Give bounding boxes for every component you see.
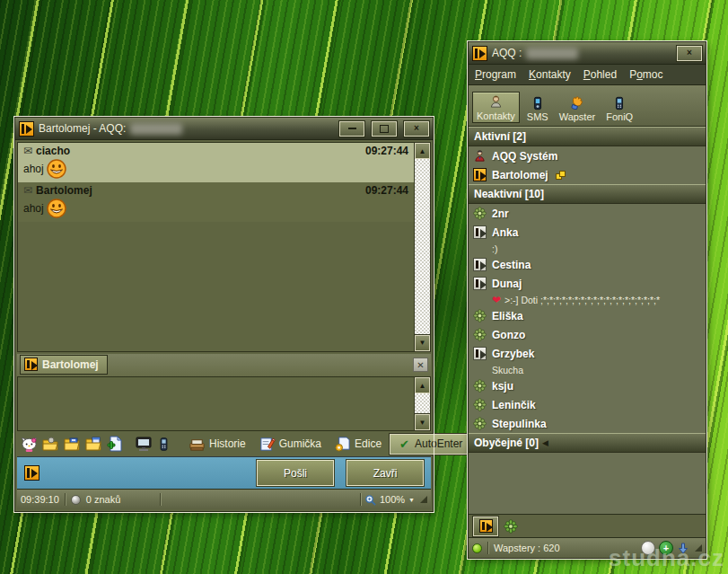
history-button[interactable]: Historie <box>184 434 250 455</box>
foniq-phone-icon <box>612 96 627 110</box>
flower-icon <box>473 379 487 393</box>
send-button[interactable]: Pošli <box>257 460 334 486</box>
scroll-down-icon[interactable]: ▼ <box>415 335 430 351</box>
tab-kontakty[interactable]: Kontakty <box>472 92 520 123</box>
new-file-icon[interactable] <box>106 434 124 454</box>
contact-name: Leninčik <box>492 399 536 411</box>
message-sender: Bartolomej <box>36 184 92 197</box>
scroll-up-icon[interactable]: ▲ <box>415 143 430 159</box>
contact-row[interactable]: ksju <box>469 376 706 395</box>
flower-icon <box>473 417 487 430</box>
minimize-button[interactable] <box>339 121 364 137</box>
aqq-logo-icon <box>472 46 487 61</box>
mail-icon: ✉ <box>23 184 32 197</box>
autoenter-toggle[interactable]: ✔ AutoEnter <box>390 434 472 455</box>
aqq-protocol-button[interactable] <box>473 517 498 536</box>
scroll-down-icon[interactable]: ▼ <box>415 414 430 430</box>
chat-action-band: Pošli Zavři <box>17 456 431 489</box>
input-scrollbar[interactable]: ▲ ▼ <box>414 377 430 430</box>
message-text: ahoj <box>23 163 44 175</box>
icq-flower-icon[interactable] <box>504 519 518 534</box>
contact-row[interactable]: Grzybek <box>469 344 706 363</box>
flower-icon <box>473 328 487 341</box>
group-aktivni[interactable]: Aktivní [2] <box>469 127 706 146</box>
edit-label: Edice <box>355 437 382 450</box>
tab-bartolomej[interactable]: Bartolomej <box>20 355 108 375</box>
contact-row[interactable]: Anka <box>469 223 706 242</box>
menu-kontakty[interactable]: Kontakty <box>529 68 571 81</box>
chat-statusbar: 09:39:10 0 znaků 100% ▼ <box>17 489 431 509</box>
aqq-logo-icon <box>479 519 493 533</box>
flower-icon <box>473 309 487 322</box>
contact-row[interactable]: Leninčik <box>469 395 706 414</box>
eraser-button[interactable]: Gumička <box>254 434 326 455</box>
contacts-person-icon <box>488 94 504 110</box>
screenshot-monitor-icon[interactable] <box>135 434 153 454</box>
main-titlebar[interactable]: AQQ : × <box>469 42 706 65</box>
close-button[interactable]: × <box>677 46 702 61</box>
aqq-offline-icon <box>473 258 487 271</box>
tab-close-icon[interactable]: ✕ <box>413 358 428 372</box>
tab-foniq[interactable]: FoniQ <box>602 94 636 123</box>
resize-grip[interactable] <box>420 496 427 503</box>
aqq-offline-icon <box>473 225 487 239</box>
history-label: Historie <box>209 437 246 450</box>
group-label: Aktivní [2] <box>474 130 526 143</box>
contact-row[interactable]: Bartolomej <box>469 165 706 184</box>
emoticons-kitty-icon[interactable] <box>21 434 38 454</box>
chat-tabstrip: Bartolomej ✕ <box>17 354 431 378</box>
contact-status: Skucha <box>469 363 706 376</box>
aqq-logo-icon <box>19 121 34 137</box>
tab-label: Bartolomej <box>42 358 99 371</box>
group-neaktivni[interactable]: Neaktivní [10] <box>469 184 706 204</box>
collapsed-triangle-icon: ◀ <box>542 438 548 447</box>
contact-row[interactable]: 2nr <box>469 204 706 223</box>
contact-name: Bartolomej <box>492 169 548 181</box>
contact-status: ❤ >:-] Doti ;*;*;*;*;*;*;*;*;*;*;*;*;*;*… <box>469 293 706 306</box>
folder-save-icon[interactable] <box>63 434 81 454</box>
zoom-level[interactable]: 100% <box>380 494 405 505</box>
maximize-button[interactable] <box>372 121 397 137</box>
chevron-down-icon[interactable]: ▼ <box>408 497 415 503</box>
contact-row[interactable]: Gonzo <box>469 325 706 344</box>
tab-sms[interactable]: SMS <box>523 94 552 123</box>
mobile-phone-icon[interactable] <box>156 434 171 454</box>
contact-row[interactable]: Dunaj <box>469 274 706 293</box>
tab-wapster[interactable]: Wapster <box>556 93 600 123</box>
edit-button[interactable]: Edice <box>329 434 386 455</box>
chat-titlebar[interactable]: Bartolomej - AQQ: × <box>15 118 433 140</box>
flower-icon <box>473 398 487 411</box>
close-chat-button[interactable]: Zavři <box>346 460 424 486</box>
char-counter: 0 znaků <box>86 494 121 505</box>
group-obycejne[interactable]: Obyčejné [0] ◀ <box>469 433 706 453</box>
contact-name: Dunaj <box>492 278 522 290</box>
scroll-up-icon[interactable]: ▲ <box>415 377 430 393</box>
menu-program[interactable]: Program <box>475 68 516 81</box>
chat-message: ✉ Bartolomej 09:27:44 ahoj <box>18 182 414 222</box>
folder-open-icon[interactable] <box>41 434 59 454</box>
menu-pohled[interactable]: Pohled <box>583 68 617 81</box>
message-input[interactable]: ▲ ▼ <box>17 377 431 431</box>
group-label: Obyčejné [0] <box>474 437 539 449</box>
contact-name: ksju <box>492 380 513 393</box>
menu-pomoc[interactable]: Pomoc <box>629 68 662 81</box>
contact-row[interactable]: Cestina <box>469 255 706 274</box>
tab-label: SMS <box>527 111 548 122</box>
contact-name: 2nr <box>492 208 509 220</box>
folder-window-icon[interactable] <box>84 434 102 454</box>
main-window: AQQ : × Program Kontakty Pohled Pomoc Ko… <box>468 41 706 559</box>
main-bottom-toolbar <box>469 514 706 537</box>
main-tabbar: Kontakty SMS Wapster FoniQ <box>469 85 706 127</box>
message-sender: ciacho <box>36 145 70 157</box>
contact-list: Aktivní [2] AQQ Systém Bartolomej Neakti… <box>469 127 706 558</box>
chat-scrollbar[interactable]: ▲ ▼ <box>414 143 430 351</box>
chat-message: ✉ ciacho 09:27:44 ahoj <box>18 143 414 182</box>
contact-row[interactable]: Eliška <box>469 306 706 325</box>
contact-row[interactable]: AQQ Systém <box>469 146 706 165</box>
close-button[interactable]: × <box>404 121 429 137</box>
open-chat-indicator-icon <box>556 171 564 179</box>
flower-icon <box>473 207 487 220</box>
online-status-icon[interactable] <box>472 543 482 553</box>
tab-label: Kontakty <box>477 110 515 121</box>
contact-row[interactable]: Stepulinka <box>469 414 706 433</box>
